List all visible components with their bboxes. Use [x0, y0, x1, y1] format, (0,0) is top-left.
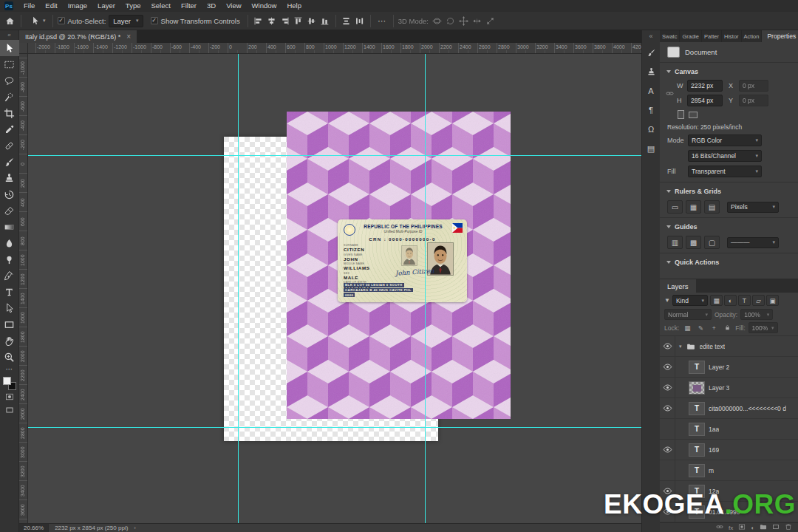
layer-row[interactable]: T169 [660, 440, 798, 460]
color-mode-select[interactable]: RGB Color▾ [688, 134, 762, 146]
new-group-icon[interactable] [760, 523, 767, 532]
auto-select-target-select[interactable]: Layer▾ [109, 15, 143, 27]
landscape-orientation-button[interactable] [689, 112, 698, 118]
menu-edit[interactable]: Edit [40, 0, 62, 12]
layer-effects-icon[interactable]: fx [729, 525, 733, 531]
canvas-y-field[interactable]: 0 px [739, 95, 768, 106]
layer-filter-type-icon[interactable]: ▦ [710, 295, 723, 306]
layer-row[interactable]: T1aa [660, 419, 798, 440]
align-bottom-edges-icon[interactable] [319, 14, 331, 27]
roll-3d-icon[interactable] [445, 14, 457, 27]
layer-visibility-toggle[interactable] [660, 419, 675, 439]
orbit-3d-icon[interactable] [432, 14, 443, 27]
canvas-x-field[interactable]: 0 px [739, 80, 768, 92]
clone-stamp-tool-icon[interactable] [0, 170, 19, 186]
lock-all-icon[interactable] [722, 323, 732, 333]
blur-tool-icon[interactable] [0, 235, 19, 251]
screen-mode-icon[interactable] [0, 403, 19, 417]
lock-position-icon[interactable]: + [709, 323, 719, 333]
toggle-guides-icon[interactable]: ▥ [667, 236, 683, 249]
canvas-width-field[interactable]: 2232 px [687, 80, 723, 92]
color-swatches[interactable] [3, 377, 16, 390]
adjustment-layer-icon[interactable]: ◐ [751, 525, 754, 531]
layer-filter-select[interactable]: Kind▾ [672, 295, 708, 306]
home-icon[interactable] [3, 14, 16, 27]
layer-filter-type-icon[interactable]: ◐ [724, 295, 737, 306]
layer-visibility-toggle[interactable] [660, 357, 675, 377]
move-tool-icon[interactable] [0, 40, 19, 56]
layer-row[interactable]: Tcita0000000...<<<<<<<<0 d [660, 398, 798, 419]
menu-image[interactable]: Image [63, 0, 92, 12]
menu-layer[interactable]: Layer [92, 0, 120, 12]
menu-file[interactable]: File [18, 0, 40, 12]
path-selection-tool-icon[interactable] [0, 300, 19, 316]
slide-3d-icon[interactable] [471, 14, 483, 27]
align-vertical-centers-icon[interactable] [306, 14, 318, 27]
canvas-area[interactable]: REPUBLIC OF THE PHILIPPINES Unified Mult… [28, 54, 641, 523]
status-options-chevron-icon[interactable]: › [134, 525, 136, 531]
document-tab[interactable]: Italy id.psd @ 20.7% (RGB/16) * × [19, 30, 137, 43]
layer-filter-type-icon[interactable]: ▣ [766, 295, 779, 306]
chevron-down-icon[interactable]: ▾ [679, 344, 682, 349]
panel-tab-properties[interactable]: Properties [762, 30, 798, 42]
align-top-edges-icon[interactable] [293, 14, 304, 27]
add-layer-mask-icon[interactable] [738, 523, 746, 532]
menu-filter[interactable]: Filter [176, 0, 202, 12]
zoom-tool-icon[interactable] [0, 349, 19, 365]
rulers-grids-section-header[interactable]: Rulers & Grids [660, 184, 798, 198]
menu-help[interactable]: Help [282, 0, 307, 12]
toggle-smart-guides-icon[interactable]: ▩ [686, 236, 701, 249]
pan-3d-icon[interactable] [458, 14, 470, 27]
quick-selection-tool-icon[interactable] [0, 89, 19, 105]
eyedropper-tool-icon[interactable] [0, 121, 19, 137]
align-right-edges-icon[interactable] [279, 14, 291, 27]
quick-actions-section-header[interactable]: Quick Actions [660, 255, 798, 269]
menu-window[interactable]: Window [247, 0, 282, 12]
clear-guides-icon[interactable]: ▢ [704, 236, 720, 249]
layer-visibility-toggle[interactable] [660, 378, 675, 398]
layer-row[interactable]: Tm [660, 460, 798, 481]
ruler-units-select[interactable]: Pixels▾ [727, 202, 779, 213]
link-layers-icon[interactable] [716, 523, 723, 532]
distribute-horizontal-icon[interactable] [354, 14, 366, 27]
dodge-tool-icon[interactable] [0, 251, 19, 267]
current-tool-preset[interactable]: ▾ [26, 14, 48, 27]
canvas-height-field[interactable]: 2854 px [687, 95, 723, 106]
menu-3d[interactable]: 3D [202, 0, 221, 12]
horizontal-ruler[interactable]: -2000-1800-1600-1400-1200-1000-800-600-4… [19, 43, 641, 54]
menu-select[interactable]: Select [146, 0, 175, 12]
libraries-panel-icon[interactable]: ▤ [644, 141, 658, 156]
guides-section-header[interactable]: Guides [660, 219, 798, 233]
foreground-color-swatch[interactable] [3, 377, 11, 385]
character-panel-icon[interactable]: A [644, 83, 658, 98]
opacity-select[interactable]: 100%▾ [740, 309, 773, 320]
panel-tab-action[interactable]: Action [742, 30, 763, 42]
menu-type[interactable]: Type [120, 0, 146, 12]
bit-depth-select[interactable]: 16 Bits/Channel▾ [688, 150, 762, 162]
guide-line-horizontal[interactable] [28, 427, 641, 428]
canvas-fill-select[interactable]: Transparent▾ [688, 166, 762, 177]
eraser-tool-icon[interactable] [0, 202, 19, 219]
brush-settings-icon[interactable] [644, 45, 658, 60]
horizontal-type-tool-icon[interactable] [0, 284, 19, 300]
brush-tool-icon[interactable] [0, 154, 19, 170]
crop-tool-icon[interactable] [0, 105, 19, 121]
close-tab-icon[interactable]: × [126, 33, 131, 41]
layer-row[interactable]: TLayer 2 [660, 357, 798, 378]
toggle-rulers-icon[interactable]: ▭ [667, 200, 683, 214]
more-align-options-icon[interactable]: ⋯ [375, 14, 389, 27]
layer-visibility-toggle[interactable] [660, 440, 675, 460]
panel-tab-histor[interactable]: Histor [722, 30, 742, 42]
lasso-tool-icon[interactable] [0, 72, 19, 89]
blend-mode-select[interactable]: Normal▾ [664, 309, 712, 320]
new-layer-icon[interactable] [772, 523, 780, 532]
panel-tab-gradie[interactable]: Gradie [680, 30, 702, 42]
pen-tool-icon[interactable] [0, 267, 19, 284]
layer-row[interactable]: Layer 3 [660, 378, 798, 398]
auto-select-checkbox[interactable]: ✓ [58, 17, 65, 24]
show-transform-checkbox[interactable]: ✓ [151, 17, 158, 24]
edit-toolbar-icon[interactable]: ⋯ [6, 366, 13, 373]
layer-filter-type-icon[interactable]: T [738, 295, 751, 306]
layer-filter-type-icon[interactable]: ▱ [752, 295, 765, 306]
gradient-tool-icon[interactable] [0, 219, 19, 235]
